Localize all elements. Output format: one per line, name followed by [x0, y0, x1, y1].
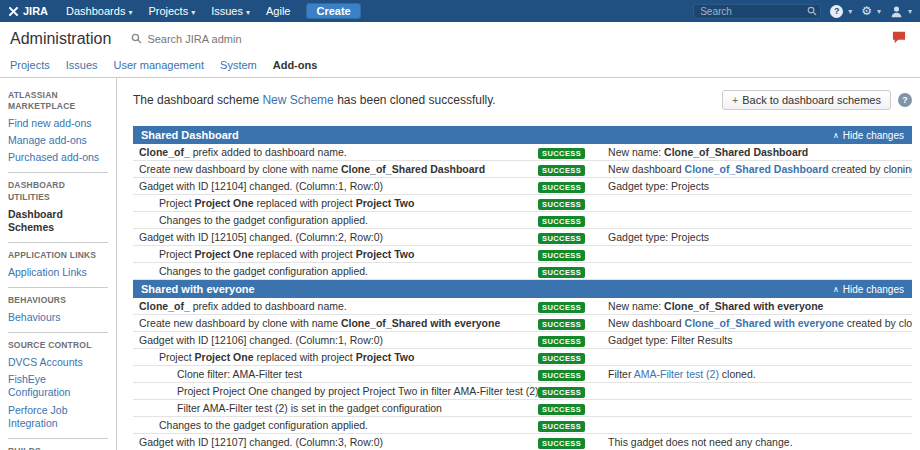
- text-segment: Project: [159, 248, 195, 260]
- sidebar-item-behaviours[interactable]: Behaviours: [8, 311, 108, 324]
- sidebar-item-perforce-job-integration[interactable]: Perforce Job Integration: [8, 404, 108, 430]
- text-segment: Clone_of_Shared with everyone: [341, 317, 500, 329]
- hide-changes-toggle[interactable]: ∧Hide changes: [833, 284, 904, 295]
- row-description: Filter AMA-Filter test (2) is set in the…: [133, 400, 538, 416]
- row-detail: New name: Clone_of_Shared Dashboard: [602, 144, 912, 160]
- gear-icon: ⚙: [861, 4, 872, 18]
- row-detail: New name: Clone_of_Shared with everyone: [602, 298, 912, 314]
- sidebar-item-dashboard-schemes[interactable]: Dashboard Schemes: [8, 208, 108, 234]
- text-segment: Gadget type: Filter Results: [608, 334, 732, 346]
- sidebar-item-fisheye-configuration[interactable]: FishEye Configuration: [8, 373, 108, 399]
- text-segment: Changes to the gadget configuration appl…: [159, 419, 368, 431]
- jira-logo[interactable]: JIRA: [8, 5, 48, 17]
- table-row: Gadget with ID [12105] changed. (Column:…: [133, 229, 912, 246]
- panel-title: Shared Dashboard: [141, 129, 239, 141]
- sidebar-item-find-new-add-ons[interactable]: Find new add-ons: [8, 117, 108, 130]
- content-body: ATLASSIAN MARKETPLACEFind new add-onsMan…: [0, 78, 920, 450]
- admin-quick-search: [131, 33, 892, 45]
- table-row: Create new dashboard by clone with name …: [133, 161, 912, 178]
- topnav-item-issues[interactable]: Issues▾: [203, 5, 258, 17]
- row-badge-cell: SUCCESS: [538, 317, 602, 329]
- row-badge-cell: SUCCESS: [538, 248, 602, 260]
- result-panel: Shared with everyone∧Hide changesClone_o…: [133, 280, 912, 450]
- topnav-item-dashboards[interactable]: Dashboards▾: [58, 5, 140, 17]
- row-badge-cell: SUCCESS: [538, 385, 602, 397]
- hide-changes-toggle[interactable]: ∧Hide changes: [833, 130, 904, 141]
- feedback-icon[interactable]: [892, 30, 906, 48]
- table-row: Create new dashboard by clone with name …: [133, 315, 912, 332]
- row-badge-cell: SUCCESS: [538, 163, 602, 175]
- row-description: Create new dashboard by clone with name …: [133, 161, 538, 177]
- text-segment: Project Two: [356, 248, 415, 260]
- inline-link[interactable]: Clone_of_Shared Dashboard: [685, 163, 829, 175]
- row-badge-cell: SUCCESS: [538, 300, 602, 312]
- sidebar-divider: [8, 438, 108, 439]
- search-input[interactable]: [693, 4, 821, 19]
- text-segment: Clone filter: AMA-Filter test: [177, 368, 302, 380]
- topnav-item-agile[interactable]: Agile: [258, 5, 298, 17]
- back-button-label: Back to dashboard schemes: [742, 94, 881, 106]
- inline-link[interactable]: Clone_of_Shared with everyone: [685, 317, 844, 329]
- back-to-schemes-button[interactable]: + Back to dashboard schemes: [722, 90, 891, 110]
- topnav-items: Dashboards▾Projects▾Issues▾Agile: [58, 5, 298, 17]
- tab-add-ons[interactable]: Add-ons: [273, 59, 318, 77]
- scheme-link[interactable]: New Scheme: [262, 93, 333, 107]
- row-description: Changes to the gadget configuration appl…: [133, 212, 538, 228]
- sidebar-item-purchased-add-ons[interactable]: Purchased add-ons: [8, 151, 108, 164]
- row-detail: New dashboard Clone_of_Shared with every…: [602, 315, 912, 331]
- text-segment: Project Two: [356, 197, 415, 209]
- tab-projects[interactable]: Projects: [10, 59, 50, 77]
- user-menu[interactable]: ▾: [890, 5, 912, 18]
- top-navbar: JIRA Dashboards▾Projects▾Issues▾Agile Cr…: [0, 0, 920, 22]
- text-segment: This gadget does not need any change.: [608, 436, 792, 448]
- row-detail: [602, 269, 912, 273]
- table-row: Project Project One replaced with projec…: [133, 195, 912, 212]
- admin-search-input[interactable]: [147, 33, 347, 45]
- tab-issues[interactable]: Issues: [66, 59, 98, 77]
- row-badge-cell: SUCCESS: [538, 146, 602, 158]
- table-row: Clone_of_ prefix added to dashboard name…: [133, 144, 912, 161]
- help-icon[interactable]: ?: [898, 93, 912, 107]
- topnav-item-projects[interactable]: Projects▾: [140, 5, 203, 17]
- admin-sidebar: ATLASSIAN MARKETPLACEFind new add-onsMan…: [0, 78, 117, 450]
- row-badge-cell: SUCCESS: [538, 180, 602, 192]
- sidebar-item-application-links[interactable]: Application Links: [8, 266, 108, 279]
- table-row: Gadget with ID [12107] changed. (Column:…: [133, 434, 912, 450]
- chevron-down-icon: ▾: [877, 7, 881, 16]
- sidebar-item-dvcs-accounts[interactable]: DVCS Accounts: [8, 356, 108, 369]
- page-title: Administration: [10, 30, 111, 48]
- message-post: has been cloned successfully.: [334, 93, 496, 107]
- jira-logo-icon: [8, 6, 19, 17]
- text-segment: Changes to the gadget configuration appl…: [159, 265, 368, 277]
- row-description: Project Project One changed by project P…: [133, 383, 538, 399]
- row-description: Project Project One replaced with projec…: [133, 349, 538, 365]
- text-segment: Gadget with ID [12104] changed. (Column:…: [139, 180, 383, 192]
- message-pre: The dashboard scheme: [133, 93, 262, 107]
- row-detail: [602, 389, 912, 393]
- result-panel: Shared Dashboard∧Hide changesClone_of_ p…: [133, 126, 912, 280]
- row-badge-cell: SUCCESS: [538, 231, 602, 243]
- text-segment: replaced with project: [254, 248, 356, 260]
- message-row: The dashboard scheme New Scheme has been…: [133, 90, 912, 110]
- text-segment: Project One: [195, 197, 254, 209]
- table-row: Changes to the gadget configuration appl…: [133, 417, 912, 434]
- sidebar-item-manage-add-ons[interactable]: Manage add-ons: [8, 134, 108, 147]
- inline-link[interactable]: AMA-Filter test (2): [634, 368, 719, 380]
- help-menu[interactable]: ? ▾: [830, 5, 852, 18]
- text-segment: Project Project One changed by project P…: [177, 385, 538, 397]
- text-segment: Gadget with ID [12107] changed. (Column:…: [139, 436, 383, 448]
- status-badge: SUCCESS: [538, 336, 585, 347]
- admin-gear-menu[interactable]: ⚙ ▾: [861, 4, 881, 18]
- text-segment: Filter: [608, 368, 634, 380]
- tab-user-management[interactable]: User management: [114, 59, 205, 77]
- status-badge: SUCCESS: [538, 370, 585, 381]
- text-segment: New dashboard: [608, 317, 684, 329]
- tab-system[interactable]: System: [220, 59, 257, 77]
- sidebar-divider: [8, 242, 108, 243]
- create-button[interactable]: Create: [306, 3, 360, 19]
- row-detail: New dashboard Clone_of_Shared Dashboard …: [602, 161, 912, 177]
- success-message: The dashboard scheme New Scheme has been…: [133, 90, 496, 107]
- status-badge: SUCCESS: [538, 199, 585, 210]
- text-segment: New dashboard: [608, 163, 684, 175]
- row-detail: [602, 355, 912, 359]
